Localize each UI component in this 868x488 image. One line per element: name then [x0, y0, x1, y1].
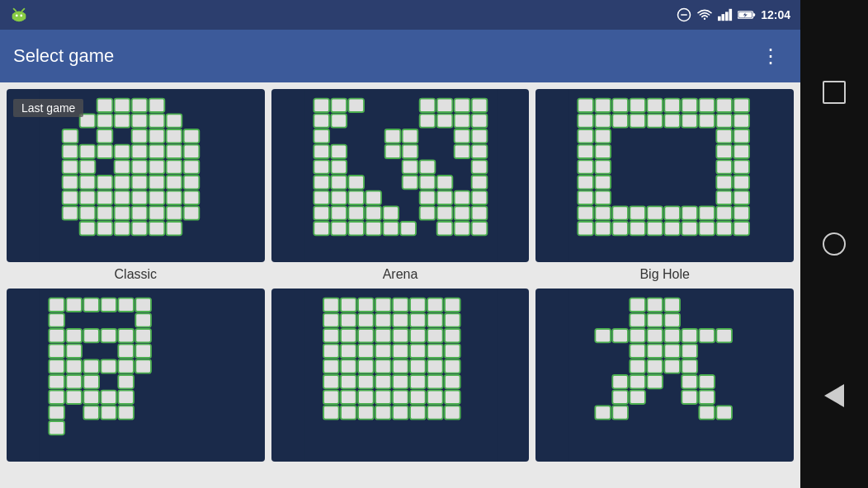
svg-rect-74	[132, 222, 148, 235]
svg-rect-221	[83, 329, 99, 342]
svg-rect-170	[596, 160, 611, 173]
svg-rect-311	[665, 313, 681, 326]
svg-rect-178	[596, 191, 611, 204]
game-card-arena[interactable]: Arena	[271, 89, 530, 282]
svg-rect-288	[445, 375, 460, 388]
svg-rect-183	[613, 206, 629, 219]
svg-rect-85	[314, 114, 329, 127]
svg-rect-334	[630, 391, 646, 404]
svg-rect-230	[135, 329, 151, 342]
svg-rect-271	[427, 345, 443, 358]
svg-rect-300	[375, 406, 391, 419]
svg-rect-146	[665, 99, 681, 112]
svg-rect-247	[427, 298, 443, 312]
svg-rect-191	[578, 222, 594, 235]
svg-rect-29	[149, 129, 165, 143]
svg-rect-291	[358, 391, 374, 404]
svg-rect-61	[167, 191, 182, 204]
svg-rect-282	[341, 375, 356, 388]
svg-rect-307	[648, 298, 663, 312]
game-label-classic: Classic	[115, 267, 158, 282]
game-card-4[interactable]	[7, 289, 265, 481]
svg-rect-302	[410, 406, 426, 419]
svg-rect-320	[630, 345, 646, 358]
svg-rect-268	[375, 345, 391, 358]
home-icon	[823, 232, 846, 256]
svg-rect-254	[410, 313, 426, 326]
svg-rect-171	[717, 160, 733, 173]
svg-rect-125	[366, 206, 381, 219]
game-thumbnail-arena	[271, 89, 530, 262]
svg-rect-335	[682, 391, 698, 404]
svg-rect-56	[80, 191, 96, 204]
svg-rect-243	[358, 298, 374, 312]
svg-rect-167	[717, 145, 733, 158]
svg-rect-93	[402, 129, 417, 143]
svg-rect-195	[648, 222, 663, 235]
svg-rect-259	[358, 329, 374, 342]
game-label-arena: Arena	[383, 267, 418, 282]
svg-rect-213	[101, 298, 116, 312]
game-card-6[interactable]	[535, 289, 794, 481]
svg-rect-83	[454, 99, 469, 112]
svg-rect-87	[419, 114, 435, 127]
big-hole-preview	[535, 89, 794, 262]
svg-rect-95	[471, 129, 487, 143]
svg-rect-322	[665, 345, 681, 358]
svg-rect-34	[97, 145, 113, 158]
svg-rect-66	[115, 206, 130, 219]
svg-rect-118	[419, 191, 435, 204]
svg-rect-143	[613, 99, 629, 112]
svg-rect-242	[341, 298, 356, 312]
svg-rect-16	[97, 99, 113, 112]
svg-rect-175	[717, 176, 733, 189]
game-thumbnail-6	[535, 289, 794, 462]
svg-rect-138	[454, 222, 469, 235]
svg-rect-103	[331, 160, 347, 173]
svg-rect-231	[135, 345, 151, 358]
svg-rect-189	[717, 206, 733, 219]
svg-rect-263	[427, 329, 443, 342]
svg-rect-52	[149, 176, 165, 189]
svg-rect-235	[118, 406, 134, 419]
home-button[interactable]	[814, 224, 854, 264]
svg-rect-39	[184, 145, 200, 158]
svg-rect-32	[63, 145, 78, 158]
svg-rect-290	[341, 391, 356, 404]
game-thumbnail-classic: Last game	[7, 89, 265, 262]
svg-rect-260	[375, 329, 391, 342]
svg-rect-37	[149, 145, 165, 158]
svg-rect-310	[648, 313, 663, 326]
svg-rect-46	[184, 160, 200, 173]
svg-rect-155	[648, 114, 663, 127]
more-options-icon[interactable]: ⋮	[754, 38, 787, 74]
game-card-5[interactable]	[271, 289, 530, 481]
svg-rect-330	[648, 375, 663, 388]
recent-apps-button[interactable]	[814, 73, 854, 112]
svg-rect-126	[383, 206, 399, 219]
svg-rect-51	[132, 176, 148, 189]
svg-rect-313	[613, 329, 629, 342]
battery-icon	[738, 9, 756, 21]
svg-rect-275	[358, 359, 374, 373]
nav-bar	[800, 0, 868, 488]
svg-rect-312	[596, 329, 611, 342]
svg-rect-71	[80, 222, 96, 235]
game-card-classic[interactable]: Last game	[7, 89, 265, 282]
svg-rect-35	[115, 145, 130, 158]
svg-rect-314	[630, 329, 646, 342]
svg-rect-209	[49, 406, 64, 419]
svg-rect-160	[734, 114, 750, 127]
svg-rect-289	[323, 391, 339, 404]
svg-rect-284	[375, 375, 391, 388]
svg-rect-110	[402, 176, 417, 189]
game5-preview	[271, 289, 530, 462]
svg-rect-144	[630, 99, 646, 112]
svg-rect-204	[49, 329, 64, 342]
svg-rect-132	[331, 222, 347, 235]
svg-rect-281	[323, 375, 339, 388]
back-button[interactable]	[814, 376, 854, 415]
svg-rect-78	[314, 99, 329, 112]
svg-rect-185	[648, 206, 663, 219]
game-card-big-hole[interactable]: Big Hole	[535, 89, 794, 282]
